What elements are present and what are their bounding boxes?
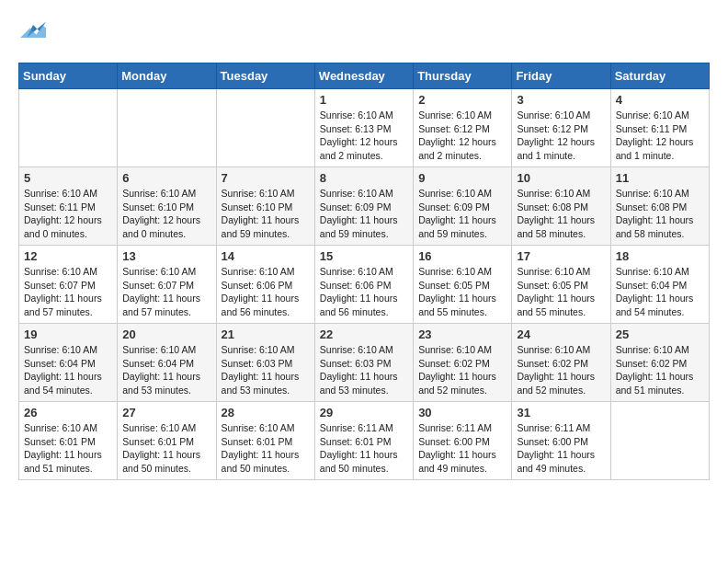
calendar-day-cell: [216, 89, 314, 167]
day-number: 30: [418, 406, 506, 419]
day-number: 17: [517, 249, 605, 263]
calendar-day-cell: 1Sunrise: 6:10 AM Sunset: 6:13 PM Daylig…: [314, 89, 413, 167]
day-number: 11: [616, 171, 704, 185]
calendar-week-row: 19Sunrise: 6:10 AM Sunset: 6:04 PM Dayli…: [19, 324, 710, 402]
day-number: 22: [320, 327, 408, 341]
day-info: Sunrise: 6:10 AM Sunset: 6:04 PM Dayligh…: [122, 343, 210, 397]
day-number: 15: [320, 249, 408, 263]
day-number: 6: [122, 171, 210, 185]
calendar-day-cell: 6Sunrise: 6:10 AM Sunset: 6:10 PM Daylig…: [118, 167, 216, 246]
calendar-day-cell: 19Sunrise: 6:10 AM Sunset: 6:04 PM Dayli…: [19, 324, 118, 402]
logo: [18, 18, 46, 48]
calendar-day-cell: 3Sunrise: 6:10 AM Sunset: 6:12 PM Daylig…: [512, 89, 610, 167]
day-number: 14: [222, 249, 310, 263]
day-number: 28: [222, 406, 310, 419]
calendar-day-cell: 5Sunrise: 6:10 AM Sunset: 6:11 PM Daylig…: [19, 167, 118, 246]
day-number: 3: [517, 93, 605, 107]
day-number: 27: [122, 406, 210, 419]
calendar-day-cell: 15Sunrise: 6:10 AM Sunset: 6:06 PM Dayli…: [314, 246, 413, 324]
calendar-day-cell: 22Sunrise: 6:10 AM Sunset: 6:03 PM Dayli…: [314, 324, 413, 402]
calendar-day-cell: 20Sunrise: 6:10 AM Sunset: 6:04 PM Dayli…: [118, 324, 216, 402]
day-info: Sunrise: 6:10 AM Sunset: 6:06 PM Dayligh…: [320, 265, 408, 319]
calendar-day-cell: 17Sunrise: 6:10 AM Sunset: 6:05 PM Dayli…: [512, 246, 610, 324]
calendar-day-cell: 18Sunrise: 6:10 AM Sunset: 6:04 PM Dayli…: [610, 246, 709, 324]
weekday-header: Sunday: [19, 63, 118, 89]
day-number: 16: [418, 249, 506, 263]
calendar-day-cell: 21Sunrise: 6:10 AM Sunset: 6:03 PM Dayli…: [216, 324, 314, 402]
day-info: Sunrise: 6:10 AM Sunset: 6:07 PM Dayligh…: [24, 265, 112, 319]
day-info: Sunrise: 6:10 AM Sunset: 6:11 PM Dayligh…: [24, 187, 112, 241]
page-header: [18, 18, 710, 48]
day-number: 1: [320, 93, 408, 107]
day-info: Sunrise: 6:10 AM Sunset: 6:05 PM Dayligh…: [517, 265, 605, 319]
day-info: Sunrise: 6:10 AM Sunset: 6:04 PM Dayligh…: [24, 343, 112, 397]
weekday-header: Wednesday: [314, 63, 413, 89]
calendar-day-cell: 12Sunrise: 6:10 AM Sunset: 6:07 PM Dayli…: [19, 246, 118, 324]
calendar-day-cell: 16Sunrise: 6:10 AM Sunset: 6:05 PM Dayli…: [414, 246, 512, 324]
day-info: Sunrise: 6:10 AM Sunset: 6:06 PM Dayligh…: [222, 265, 310, 319]
day-info: Sunrise: 6:10 AM Sunset: 6:04 PM Dayligh…: [616, 265, 704, 319]
calendar-day-cell: 11Sunrise: 6:10 AM Sunset: 6:08 PM Dayli…: [610, 167, 709, 246]
day-info: Sunrise: 6:10 AM Sunset: 6:03 PM Dayligh…: [320, 343, 408, 397]
calendar-week-row: 26Sunrise: 6:10 AM Sunset: 6:01 PM Dayli…: [19, 402, 710, 480]
calendar-day-cell: 7Sunrise: 6:10 AM Sunset: 6:10 PM Daylig…: [216, 167, 314, 246]
calendar-day-cell: 24Sunrise: 6:10 AM Sunset: 6:02 PM Dayli…: [512, 324, 610, 402]
day-number: 8: [320, 171, 408, 185]
day-number: 12: [24, 249, 112, 263]
weekday-header: Friday: [512, 63, 610, 89]
day-info: Sunrise: 6:10 AM Sunset: 6:05 PM Dayligh…: [418, 265, 506, 319]
day-info: Sunrise: 6:11 AM Sunset: 6:01 PM Dayligh…: [320, 421, 408, 476]
day-info: Sunrise: 6:10 AM Sunset: 6:10 PM Dayligh…: [122, 187, 210, 241]
calendar-day-cell: 23Sunrise: 6:10 AM Sunset: 6:02 PM Dayli…: [414, 324, 512, 402]
day-number: 2: [418, 93, 506, 107]
calendar-day-cell: 2Sunrise: 6:10 AM Sunset: 6:12 PM Daylig…: [414, 89, 512, 167]
calendar-day-cell: [610, 402, 709, 480]
calendar-day-cell: 9Sunrise: 6:10 AM Sunset: 6:09 PM Daylig…: [414, 167, 512, 246]
day-info: Sunrise: 6:10 AM Sunset: 6:08 PM Dayligh…: [517, 187, 605, 241]
calendar-day-cell: 8Sunrise: 6:10 AM Sunset: 6:09 PM Daylig…: [314, 167, 413, 246]
calendar-day-cell: 30Sunrise: 6:11 AM Sunset: 6:00 PM Dayli…: [414, 402, 512, 480]
calendar-day-cell: 29Sunrise: 6:11 AM Sunset: 6:01 PM Dayli…: [314, 402, 413, 480]
calendar-day-cell: 26Sunrise: 6:10 AM Sunset: 6:01 PM Dayli…: [19, 402, 118, 480]
calendar-header: SundayMondayTuesdayWednesdayThursdayFrid…: [19, 63, 710, 89]
day-info: Sunrise: 6:10 AM Sunset: 6:01 PM Dayligh…: [122, 421, 210, 476]
calendar-day-cell: 13Sunrise: 6:10 AM Sunset: 6:07 PM Dayli…: [118, 246, 216, 324]
calendar-table: SundayMondayTuesdayWednesdayThursdayFrid…: [18, 63, 710, 480]
day-number: 23: [418, 327, 506, 341]
day-info: Sunrise: 6:11 AM Sunset: 6:00 PM Dayligh…: [517, 421, 605, 476]
day-number: 25: [616, 327, 704, 341]
calendar-day-cell: 28Sunrise: 6:10 AM Sunset: 6:01 PM Dayli…: [216, 402, 314, 480]
day-number: 13: [122, 249, 210, 263]
calendar-week-row: 5Sunrise: 6:10 AM Sunset: 6:11 PM Daylig…: [19, 167, 710, 246]
day-info: Sunrise: 6:10 AM Sunset: 6:02 PM Dayligh…: [418, 343, 506, 397]
calendar-week-row: 12Sunrise: 6:10 AM Sunset: 6:07 PM Dayli…: [19, 246, 710, 324]
day-info: Sunrise: 6:10 AM Sunset: 6:01 PM Dayligh…: [24, 421, 112, 476]
day-info: Sunrise: 6:10 AM Sunset: 6:11 PM Dayligh…: [616, 109, 704, 163]
day-info: Sunrise: 6:10 AM Sunset: 6:12 PM Dayligh…: [517, 109, 605, 163]
day-info: Sunrise: 6:10 AM Sunset: 6:01 PM Dayligh…: [222, 421, 310, 476]
day-number: 19: [24, 327, 112, 341]
day-info: Sunrise: 6:10 AM Sunset: 6:09 PM Dayligh…: [320, 187, 408, 241]
day-number: 9: [418, 171, 506, 185]
calendar-day-cell: 14Sunrise: 6:10 AM Sunset: 6:06 PM Dayli…: [216, 246, 314, 324]
day-number: 7: [222, 171, 310, 185]
logo-icon: [20, 18, 46, 44]
day-number: 4: [616, 93, 704, 107]
day-info: Sunrise: 6:10 AM Sunset: 6:13 PM Dayligh…: [320, 109, 408, 163]
calendar-day-cell: 10Sunrise: 6:10 AM Sunset: 6:08 PM Dayli…: [512, 167, 610, 246]
day-number: 26: [24, 406, 112, 419]
weekday-header: Monday: [118, 63, 216, 89]
day-info: Sunrise: 6:11 AM Sunset: 6:00 PM Dayligh…: [418, 421, 506, 476]
day-info: Sunrise: 6:10 AM Sunset: 6:02 PM Dayligh…: [616, 343, 704, 397]
day-number: 31: [517, 406, 605, 419]
calendar-day-cell: 4Sunrise: 6:10 AM Sunset: 6:11 PM Daylig…: [610, 89, 709, 167]
day-number: 20: [122, 327, 210, 341]
weekday-header: Thursday: [414, 63, 512, 89]
calendar-day-cell: [118, 89, 216, 167]
weekday-header: Saturday: [610, 63, 709, 89]
day-info: Sunrise: 6:10 AM Sunset: 6:03 PM Dayligh…: [222, 343, 310, 397]
day-number: 10: [517, 171, 605, 185]
calendar-day-cell: [19, 89, 118, 167]
day-number: 21: [222, 327, 310, 341]
day-info: Sunrise: 6:10 AM Sunset: 6:09 PM Dayligh…: [418, 187, 506, 241]
